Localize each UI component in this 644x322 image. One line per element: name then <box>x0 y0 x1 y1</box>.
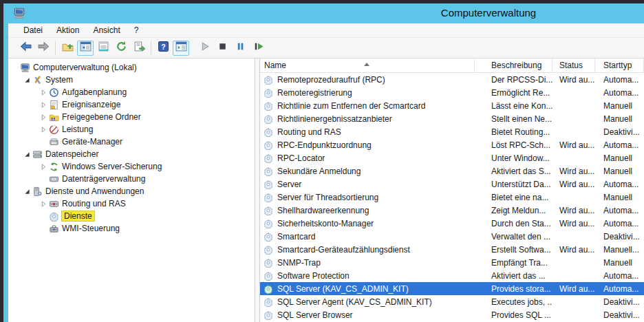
start-service-button[interactable] <box>196 41 213 56</box>
expanded-icon[interactable] <box>23 76 32 83</box>
collapsed-icon[interactable] <box>39 89 48 96</box>
service-row-smartcard[interactable]: SmartcardVerwaltet den ...Deaktivi... <box>260 230 644 243</box>
cell-text: Shellhardwareerkennung <box>277 206 369 215</box>
collapsed-icon[interactable] <box>39 126 48 133</box>
service-row-sicherheitskonto-manager[interactable]: Sicherheitskonto-ManagerDurch den Sta...… <box>260 217 644 230</box>
tree-item-windows-server-sicherung[interactable]: Windows Server-Sicherung <box>8 160 255 173</box>
cell-status <box>552 191 595 204</box>
gear-icon <box>264 127 273 137</box>
action-pane-icon <box>175 41 187 55</box>
stop-service-button[interactable] <box>214 41 230 56</box>
cell-description: Lässt eine Kon... <box>475 99 552 112</box>
service-row-rpc-locator[interactable]: RPC-LocatorUnter Window...Manuell <box>260 151 644 164</box>
panel-splitter[interactable] <box>255 58 260 322</box>
up-folder-icon <box>62 41 74 55</box>
service-row-remoteregistrierung[interactable]: RemoteregistrierungErmöglicht Re...Autom… <box>260 86 644 99</box>
collapsed-icon[interactable] <box>39 200 48 207</box>
cell-starttype: Manuell <box>595 151 644 164</box>
title-bar[interactable]: Computerverwaltung <box>3 3 644 23</box>
up-level-button[interactable] <box>59 41 76 56</box>
window-title: Computerverwaltung <box>441 7 536 19</box>
gear-icon <box>264 206 273 215</box>
service-row-software-protection[interactable]: Software ProtectionAktiviert das ...Auto… <box>260 269 644 282</box>
service-row-smartcard-ger-teaufz-hlungsdienst[interactable]: Smartcard-GeräteaufzählungsdienstErstell… <box>260 243 644 256</box>
forward-button[interactable] <box>35 41 52 56</box>
tree-item-aufgabenplanung[interactable]: Aufgabenplanung <box>8 86 255 98</box>
tree-item-ereignisanzeige[interactable]: Ereignisanzeige <box>8 98 255 111</box>
service-row-rpc-endpunktzuordnung[interactable]: RPC-EndpunktzuordnungLöst RPC-Sch...Wird… <box>260 138 644 151</box>
service-row-richtlinie-zum-entfernen-der-scmartcard[interactable]: Richtlinie zum Entfernen der ScmartcardL… <box>260 99 644 112</box>
service-row-shellhardwareerkennung[interactable]: ShellhardwareerkennungZeigt Meldun...Wir… <box>260 204 644 217</box>
cell-text: Richtlinienergebnissatzanbieter <box>277 114 392 124</box>
cell-text: Automa... <box>603 75 638 85</box>
cell-description: Executes jobs, ... <box>475 295 552 308</box>
service-row-sekund-re-anmeldung[interactable]: Sekundäre AnmeldungAktiviert das S...Wir… <box>260 164 644 178</box>
column-header-beschreibung[interactable]: Beschreibung <box>475 58 552 72</box>
service-row-routing-und-ras[interactable]: Routing und RASBietet Routing...Deaktivi… <box>260 125 644 138</box>
cell-text: Automa... <box>603 284 638 294</box>
service-row-server-f-r-threadsortierung[interactable]: Server für ThreadsortierungBietet eine n… <box>260 191 644 204</box>
help-button[interactable]: ? <box>155 41 171 56</box>
gear-icon <box>264 297 273 307</box>
pause-service-icon <box>235 41 246 55</box>
cell-text: Bietet Routing... <box>491 127 550 137</box>
tree-item-ger-te-manager[interactable]: Geräte-Manager <box>8 136 255 148</box>
collapsed-icon[interactable] <box>39 114 48 120</box>
collapsed-icon[interactable] <box>39 163 48 170</box>
cell-text: Remoteprozeduraufruf (RPC) <box>277 75 385 85</box>
gear-icon <box>264 101 273 111</box>
menu-help[interactable]: ? <box>127 24 146 36</box>
show-console-tree-button[interactable] <box>77 41 94 56</box>
gear-icon <box>264 232 273 242</box>
menu-ansicht[interactable]: Ansicht <box>86 24 127 36</box>
service-row-remoteprozeduraufruf-rpc[interactable]: Remoteprozeduraufruf (RPC)Der RPCSS-Di..… <box>260 73 644 86</box>
service-row-richtlinienergebnissatzanbieter[interactable]: RichtlinienergebnissatzanbieterStellt ei… <box>260 112 644 125</box>
back-button[interactable] <box>17 41 34 56</box>
tree-item-dienste-und-anwendungen[interactable]: Dienste und Anwendungen <box>8 185 255 197</box>
tree-item-routing-und-ras[interactable]: Routing und RAS <box>8 197 255 210</box>
cell-name: Richtlinienergebnissatzanbieter <box>260 112 475 125</box>
properties-button[interactable] <box>95 41 111 56</box>
cell-text: Deaktivi... <box>603 232 640 242</box>
tree-item-computerverwaltung-lokal[interactable]: Computerverwaltung (Lokal) <box>8 61 255 74</box>
refresh-button[interactable] <box>113 41 129 56</box>
cell-status <box>552 295 595 308</box>
cell-description: Empfängt Tra... <box>475 256 552 269</box>
cell-starttype: Deaktivi... <box>595 125 644 138</box>
tree-item-wmi-steuerung[interactable]: WMI-Steuerung <box>8 222 255 235</box>
menu-datei[interactable]: Datei <box>17 24 50 36</box>
cell-name: SNMP-Trap <box>260 256 475 269</box>
expanded-icon[interactable] <box>23 151 32 158</box>
restart-service-button[interactable] <box>250 41 266 56</box>
column-header-status[interactable]: Status <box>552 58 595 72</box>
expanded-icon[interactable] <box>23 188 32 195</box>
service-row-sql-server-kav-cs-admin-kit[interactable]: SQL Server (KAV_CS_ADMIN_KIT)Provides st… <box>260 282 644 295</box>
pause-service-button[interactable] <box>232 41 248 56</box>
export-icon <box>133 41 145 55</box>
gear-icon <box>264 153 273 163</box>
service-row-server[interactable]: ServerUnterstützt Da...Wird au...Automa.… <box>260 178 644 191</box>
tree-item-leistung[interactable]: Leistung <box>8 123 255 136</box>
tree-item-freigegebene-ordner[interactable]: Freigegebene Ordner <box>8 111 255 123</box>
column-header-starttyp[interactable]: Starttyp <box>595 58 644 72</box>
menu-aktion[interactable]: Aktion <box>50 24 86 36</box>
tree-item-datentr-gerverwaltung[interactable]: Datenträgerverwaltung <box>8 173 255 185</box>
cell-description: Unter Window... <box>475 151 552 164</box>
collapsed-icon[interactable] <box>39 101 48 108</box>
cell-name: Smartcard-Geräteaufzählungsdienst <box>260 243 475 256</box>
tree-item-datenspeicher[interactable]: Datenspeicher <box>8 148 255 160</box>
cell-description: Ermöglicht Re... <box>475 86 552 99</box>
service-row-sql-server-browser[interactable]: SQL Server BrowserProvides SQL ...Deakti… <box>260 308 644 321</box>
cell-starttype: Deaktivi... <box>595 230 644 243</box>
service-row-sql-server-agent-kav-cs-admin-kit[interactable]: SQL Server Agent (KAV_CS_ADMIN_KIT)Execu… <box>260 295 644 308</box>
tree-item-system[interactable]: System <box>8 74 255 86</box>
cell-description: Bietet eine na... <box>475 191 552 204</box>
column-header-name[interactable]: Name <box>260 58 475 72</box>
export-list-button[interactable] <box>131 41 147 56</box>
show-action-pane-button[interactable] <box>173 41 189 56</box>
tree-item-dienste[interactable]: Dienste <box>8 210 255 222</box>
tree-label-highlighted: Dienste <box>62 211 94 221</box>
service-row-snmp-trap[interactable]: SNMP-TrapEmpfängt Tra...Manuell <box>260 256 644 269</box>
gear-icon <box>264 114 273 124</box>
gear-icon <box>264 75 273 85</box>
